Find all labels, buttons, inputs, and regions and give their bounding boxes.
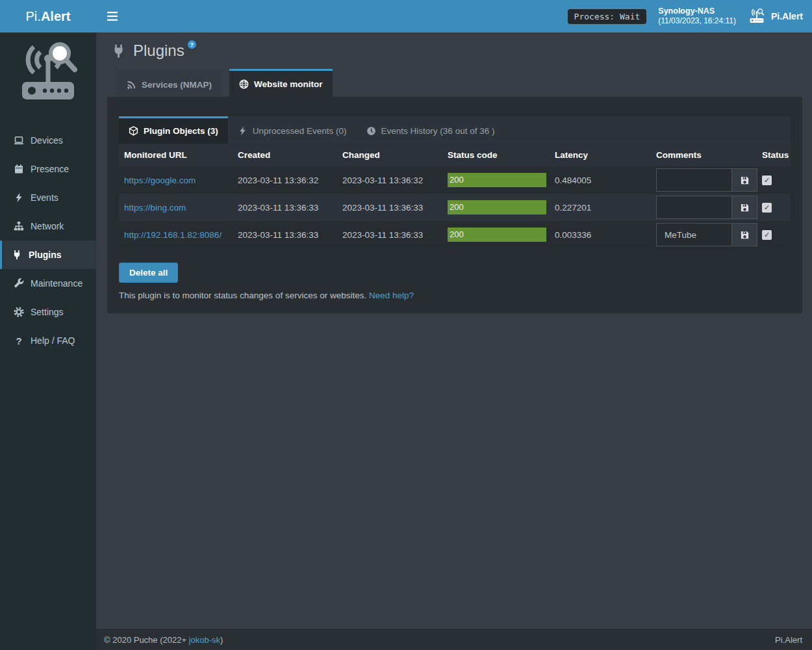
table-row: https://bing.com2023-03-11 13:36:332023-… (119, 194, 791, 221)
app-identity: Pi.Alert (748, 8, 803, 25)
plug-icon (12, 250, 22, 260)
sidebar-item-network[interactable]: Network (0, 212, 96, 240)
latency-cell: 0.227201 (550, 194, 651, 221)
sidebar-item-events[interactable]: Events (0, 183, 96, 212)
table-header-row: Monitored URLCreatedChangedStatus codeLa… (119, 144, 791, 166)
subtab-label: Unprocessed Events (0) (253, 126, 347, 136)
need-help-link[interactable]: Need help? (369, 291, 414, 300)
brand-prefix: Pi. (26, 9, 41, 24)
status-checkbox[interactable]: ✓ (762, 230, 772, 240)
question-icon: ? (14, 335, 24, 346)
sidebar-item-devices[interactable]: Devices (0, 126, 96, 155)
sidebar: DevicesPresenceEventsNetworkPluginsMaint… (0, 32, 96, 650)
device-info: Synology-NAS (11/03/2023, 16:24:11) (658, 6, 736, 27)
subtab-label: Plugin Objects (3) (144, 126, 218, 136)
topbar-spacer (126, 0, 568, 32)
topbar-right-cluster: Process: Wait Synology-NAS (11/03/2023, … (568, 0, 812, 32)
plugin-description-text: This plugin is to monitor status changes… (119, 291, 366, 300)
bolt-icon (238, 126, 247, 136)
globe-icon (239, 79, 249, 89)
status-code-bar: 200 (448, 228, 546, 242)
footer-app-name: Pi.Alert (775, 635, 802, 645)
status-code-bar: 200 (448, 173, 546, 187)
sidebar-item-plugins[interactable]: Plugins (0, 240, 96, 269)
column-header-status-code: Status code (442, 144, 550, 166)
status-code-bar: 200 (448, 200, 546, 214)
cube-icon (129, 126, 138, 136)
hamburger-icon (107, 12, 118, 21)
status-checkbox[interactable]: ✓ (762, 203, 772, 213)
latency-cell: 0.003336 (550, 221, 651, 248)
router-logo-icon (748, 8, 766, 25)
laptop-icon (14, 135, 24, 146)
sidebar-item-label: Devices (31, 135, 63, 146)
page-title: Plugins (133, 42, 184, 60)
footer-author-link[interactable]: jokob-sk (189, 635, 220, 645)
comment-input[interactable] (657, 224, 732, 246)
sidebar-item-label: Maintenance (31, 278, 82, 289)
sidebar-item-label: Events (31, 192, 58, 203)
comment-input[interactable] (657, 196, 732, 218)
column-header-latency: Latency (550, 144, 651, 166)
created-cell: 2023-03-11 13:36:33 (233, 221, 337, 248)
subtab-events-history-36-out-of-36[interactable]: Events History (36 out of 36 ) (357, 116, 505, 144)
delete-all-button[interactable]: Delete all (119, 263, 178, 283)
sidebar-item-presence[interactable]: Presence (0, 155, 96, 183)
plugin-panel: Plugin Objects (3)Unprocessed Events (0)… (107, 97, 802, 313)
table-row: https://google.com2023-03-11 13:36:32202… (119, 166, 791, 194)
monitored-url-link[interactable]: http://192.168.1.82:8086/ (124, 230, 222, 240)
status-checkbox[interactable]: ✓ (762, 176, 772, 185)
tab-services-nmap[interactable]: Services (NMAP) (117, 71, 222, 97)
process-status-badge: Process: Wait (568, 9, 647, 24)
save-comment-button[interactable] (732, 196, 757, 218)
tab-label: Services (NMAP) (142, 80, 212, 90)
sitemap-icon (14, 221, 24, 231)
sidebar-item-help-faq[interactable]: ?Help / FAQ (0, 326, 96, 355)
sidebar-item-settings[interactable]: Settings (0, 298, 96, 326)
sidebar-nav: DevicesPresenceEventsNetworkPluginsMaint… (0, 126, 96, 355)
monitored-urls-table: Monitored URLCreatedChangedStatus codeLa… (119, 144, 791, 248)
signal-icon (127, 80, 136, 90)
sidebar-item-label: Help / FAQ (31, 335, 75, 346)
tab-label: Website monitor (254, 79, 323, 89)
subtab-plugin-objects-3[interactable]: Plugin Objects (3) (119, 116, 228, 144)
sidebar-item-label: Network (31, 221, 64, 231)
help-badge[interactable]: ? (188, 40, 196, 49)
bolt-icon (14, 192, 24, 203)
comment-input-group (656, 196, 757, 219)
changed-cell: 2023-03-11 13:36:32 (337, 166, 442, 194)
gear-icon (14, 307, 24, 317)
changed-cell: 2023-03-11 13:36:33 (337, 194, 442, 221)
brand-logo: Pi.Alert (0, 0, 96, 32)
page-header: Plugins ? (111, 42, 802, 60)
sidebar-item-label: Settings (31, 307, 64, 317)
plugin-description: This plugin is to monitor status changes… (119, 291, 791, 300)
sidebar-item-maintenance[interactable]: Maintenance (0, 269, 96, 298)
created-cell: 2023-03-11 13:36:33 (233, 194, 337, 221)
footer: © 2020 Puche (2022+ jokob-sk) Pi.Alert (96, 629, 812, 650)
plug-icon (111, 44, 126, 58)
column-header-changed: Changed (337, 144, 442, 166)
sidebar-item-label: Plugins (29, 250, 62, 260)
footer-suffix: ) (220, 635, 223, 645)
main-tabs: Services (NMAP)Website monitor (117, 69, 802, 97)
device-name: Synology-NAS (658, 6, 736, 16)
floppy-icon (740, 230, 750, 240)
tab-website-monitor[interactable]: Website monitor (229, 69, 333, 97)
latency-cell: 0.484005 (550, 166, 651, 194)
comment-input[interactable] (657, 169, 732, 191)
monitored-url-link[interactable]: https://google.com (124, 176, 196, 185)
app-name: Pi.Alert (771, 11, 803, 21)
plugin-subtabs: Plugin Objects (3)Unprocessed Events (0)… (119, 116, 791, 144)
monitored-url-link[interactable]: https://bing.com (124, 203, 186, 213)
floppy-icon (740, 176, 750, 185)
save-comment-button[interactable] (732, 169, 757, 191)
comment-input-group (656, 168, 757, 192)
sidebar-toggle-button[interactable] (96, 0, 126, 32)
save-comment-button[interactable] (732, 224, 757, 246)
column-header-monitored-url: Monitored URL (119, 144, 233, 166)
pialert-router-logo (0, 32, 96, 113)
brand-suffix: Alert (41, 9, 71, 24)
subtab-unprocessed-events-0[interactable]: Unprocessed Events (0) (228, 116, 357, 144)
column-header-comments: Comments (651, 144, 757, 166)
